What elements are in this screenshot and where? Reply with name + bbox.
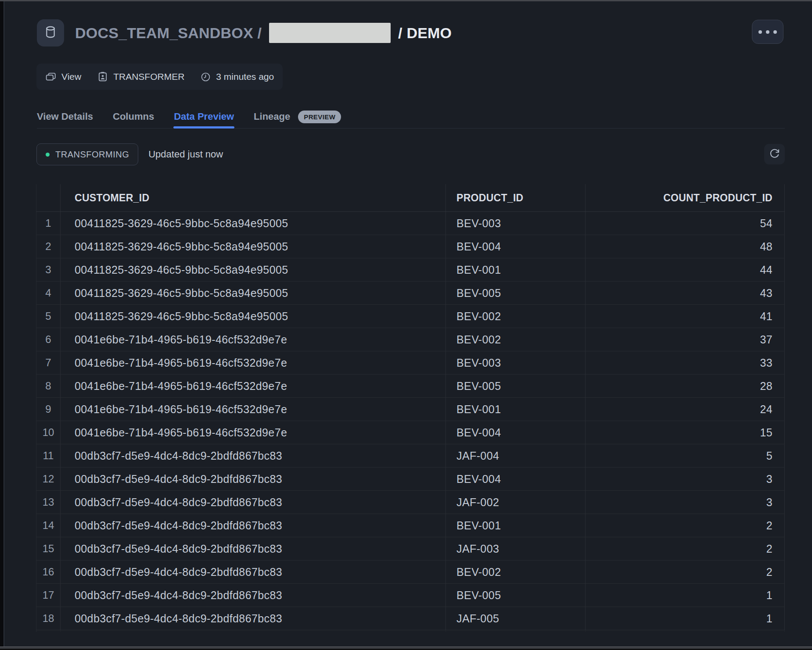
table-row: 1500db3cf7-d5e9-4dc4-8dc9-2bdfd867bc83JA… — [36, 537, 785, 561]
count-cell: 2 — [586, 514, 785, 537]
breadcrumb-object: / DEMO — [398, 25, 452, 42]
status-dot-icon — [46, 153, 50, 157]
customer-id-cell: 00411825-3629-46c5-9bbc-5c8a94e95005 — [61, 212, 446, 235]
table-row-partial: 1900db3cf7-d5e9-4dc4-8dc9-2bdfd867bc83JA… — [36, 630, 785, 632]
row-number-cell: 1 — [36, 212, 61, 235]
count-cell: 1 — [586, 584, 785, 607]
snowsight-view-page: DOCS_TEAM_SANDBOX / / DEMO ViewTRANSFORM… — [0, 0, 812, 650]
product-id-cell: JAF-001 — [446, 630, 586, 632]
window-left-edge — [0, 0, 4, 650]
meta-item-label: View — [61, 71, 81, 82]
product-id-cell: JAF-004 — [446, 444, 586, 467]
tab-data-preview[interactable]: Data Preview — [174, 105, 234, 128]
refresh-icon — [769, 148, 780, 161]
table-row: 100411825-3629-46c5-9bbc-5c8a94e95005BEV… — [36, 212, 785, 235]
tab-bar: View DetailsColumnsData PreviewLineagePR… — [37, 105, 785, 129]
table-row: 1800db3cf7-d5e9-4dc4-8dc9-2bdfd867bc83JA… — [36, 607, 785, 630]
product-id-cell: BEV-004 — [446, 421, 586, 444]
status-row: TRANSFORMING Updated just now — [36, 143, 785, 165]
customer-id-cell: 00db3cf7-d5e9-4dc4-8dc9-2bdfd867bc83 — [61, 561, 446, 583]
data-preview-table[interactable]: CUSTOMER_IDPRODUCT_IDCOUNT_PRODUCT_ID 10… — [36, 184, 785, 632]
row-number-cell: 15 — [36, 537, 61, 560]
table-row: 1600db3cf7-d5e9-4dc4-8dc9-2bdfd867bc83BE… — [36, 561, 785, 584]
count-cell: 54 — [586, 212, 785, 235]
row-number-cell: 9 — [36, 398, 61, 421]
refresh-button[interactable] — [764, 144, 785, 164]
table-row: 1700db3cf7-d5e9-4dc4-8dc9-2bdfd867bc83BE… — [36, 584, 785, 607]
product-id-cell: BEV-003 — [446, 351, 586, 374]
table-body[interactable]: 100411825-3629-46c5-9bbc-5c8a94e95005BEV… — [36, 212, 785, 632]
table-row: 300411825-3629-46c5-9bbc-5c8a94e95005BEV… — [36, 258, 785, 282]
customer-id-cell: 0041e6be-71b4-4965-b619-46cf532d9e7e — [61, 328, 446, 351]
view-icon — [45, 71, 57, 82]
tab-view-details[interactable]: View Details — [37, 105, 93, 128]
tab-lineage[interactable]: LineagePREVIEW — [254, 105, 341, 128]
table-row: 1400db3cf7-d5e9-4dc4-8dc9-2bdfd867bc83BE… — [36, 514, 785, 537]
meta-item-transformer: TRANSFORMER — [97, 71, 184, 82]
customer-id-cell: 00db3cf7-d5e9-4dc4-8dc9-2bdfd867bc83 — [61, 584, 446, 607]
column-header-count-product-id: COUNT_PRODUCT_ID — [586, 184, 785, 211]
database-object-icon-tile — [37, 19, 64, 46]
row-number-cell: 5 — [36, 305, 61, 328]
count-cell: 1 — [586, 630, 785, 632]
product-id-cell: JAF-002 — [446, 491, 586, 514]
product-id-cell: BEV-001 — [446, 514, 586, 537]
breadcrumb-database: DOCS_TEAM_SANDBOX / — [75, 25, 262, 42]
redacted-schema-segment — [269, 23, 391, 43]
tab-label: Lineage — [254, 111, 290, 122]
count-cell: 2 — [586, 561, 785, 583]
status-badge: TRANSFORMING — [36, 143, 138, 165]
page-title: DOCS_TEAM_SANDBOX / / DEMO — [75, 23, 452, 43]
product-id-cell: BEV-003 — [446, 212, 586, 235]
id-badge-icon — [97, 71, 108, 82]
product-id-cell: BEV-004 — [446, 235, 586, 258]
row-number-cell: 10 — [36, 421, 61, 444]
count-cell: 28 — [586, 375, 785, 397]
tab-columns[interactable]: Columns — [113, 105, 154, 128]
header: DOCS_TEAM_SANDBOX / / DEMO — [37, 19, 785, 46]
row-number-cell: 6 — [36, 328, 61, 351]
row-number-cell: 8 — [36, 375, 61, 397]
row-number-cell: 18 — [36, 607, 61, 630]
customer-id-cell: 00411825-3629-46c5-9bbc-5c8a94e95005 — [61, 282, 446, 304]
row-number-cell: 19 — [36, 630, 61, 632]
customer-id-cell: 00db3cf7-d5e9-4dc4-8dc9-2bdfd867bc83 — [61, 444, 446, 467]
meta-item-label: TRANSFORMER — [113, 71, 184, 82]
column-header-customer-id: CUSTOMER_ID — [61, 184, 446, 211]
product-id-cell: BEV-005 — [446, 584, 586, 607]
row-number-cell: 13 — [36, 491, 61, 514]
product-id-cell: BEV-001 — [446, 398, 586, 421]
count-cell: 2 — [586, 537, 785, 560]
tab-label: Columns — [113, 111, 154, 122]
customer-id-cell: 0041e6be-71b4-4965-b619-46cf532d9e7e — [61, 351, 446, 374]
product-id-cell: BEV-001 — [446, 258, 586, 281]
tab-label: Data Preview — [174, 111, 234, 122]
table-row: 100041e6be-71b4-4965-b619-46cf532d9e7eBE… — [36, 421, 785, 444]
customer-id-cell: 0041e6be-71b4-4965-b619-46cf532d9e7e — [61, 398, 446, 421]
count-cell: 5 — [586, 444, 785, 467]
meta-item-label: 3 minutes ago — [216, 71, 274, 82]
more-actions-button[interactable] — [752, 20, 783, 44]
customer-id-cell: 00411825-3629-46c5-9bbc-5c8a94e95005 — [61, 258, 446, 281]
table-header: CUSTOMER_IDPRODUCT_IDCOUNT_PRODUCT_ID — [36, 184, 785, 212]
row-number-cell: 2 — [36, 235, 61, 258]
row-number-cell: 7 — [36, 351, 61, 374]
window-bottom-scrollbar-edge[interactable] — [0, 646, 812, 650]
window-top-edge — [0, 0, 812, 1]
column-header-product-id: PRODUCT_ID — [446, 184, 586, 211]
product-id-cell: BEV-004 — [446, 468, 586, 490]
preview-badge: PREVIEW — [298, 111, 341, 123]
product-id-cell: BEV-005 — [446, 282, 586, 304]
customer-id-cell: 00411825-3629-46c5-9bbc-5c8a94e95005 — [61, 305, 446, 328]
table-row: 60041e6be-71b4-4965-b619-46cf532d9e7eBEV… — [36, 328, 785, 351]
row-number-cell: 16 — [36, 561, 61, 583]
count-cell: 33 — [586, 351, 785, 374]
count-cell: 3 — [586, 468, 785, 490]
meta-item-view: View — [45, 71, 81, 82]
product-id-cell: BEV-005 — [446, 375, 586, 397]
product-id-cell: JAF-005 — [446, 607, 586, 630]
ellipsis-icon — [758, 30, 777, 34]
count-cell: 24 — [586, 398, 785, 421]
row-number-cell: 14 — [36, 514, 61, 537]
table-row: 1300db3cf7-d5e9-4dc4-8dc9-2bdfd867bc83JA… — [36, 491, 785, 514]
